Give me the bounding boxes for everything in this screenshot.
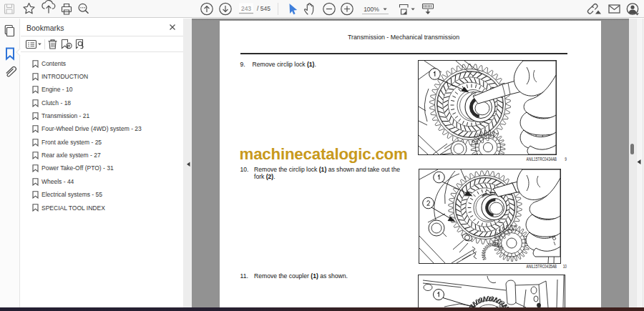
svg-text:100%: 100% xyxy=(364,6,379,13)
svg-text:243: 243 xyxy=(241,5,251,12)
svg-text:/ 545: / 545 xyxy=(257,5,270,12)
